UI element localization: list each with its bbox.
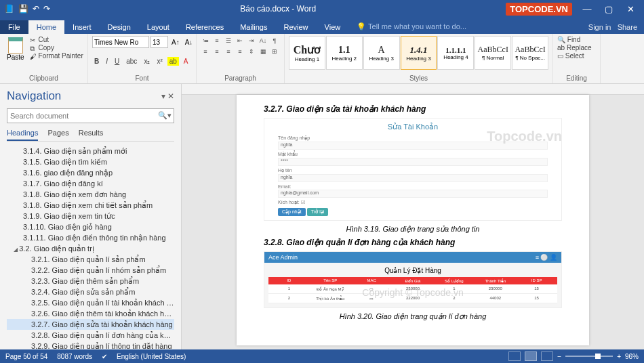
sort-icon[interactable]: A↓ xyxy=(258,36,268,45)
figure-form: Sửa Tài Khoản Tên đăng nhậpnghĩa Mật khẩ… xyxy=(264,118,562,221)
nav-item-selected[interactable]: 3.2.7. Giao diện sửa tài khoản khách hàn… xyxy=(7,319,174,330)
nav-item[interactable]: 3.2.6. Giao diện thêm tài khoản khách hà… xyxy=(7,308,174,319)
nav-item[interactable]: 3.1.7. Giao diện đăng kí xyxy=(7,178,174,189)
shading-icon[interactable]: ▦ xyxy=(258,47,268,56)
find-button[interactable]: 🔍 Find xyxy=(557,36,596,43)
style-normal[interactable]: AaBbCcI¶ Normal xyxy=(475,36,511,70)
nav-item-parent[interactable]: 3.2. Giao diện quản trị xyxy=(7,243,174,254)
nav-item[interactable]: 3.2.5. Giao diện quản lí tài khoản khách… xyxy=(7,297,174,308)
font-color-button[interactable]: A xyxy=(182,57,190,66)
format-painter-button[interactable]: 🖌Format Painter xyxy=(30,52,83,60)
align-center-icon[interactable]: ≡ xyxy=(212,47,222,56)
ruler[interactable] xyxy=(182,84,644,95)
numbering-icon[interactable]: ≡ xyxy=(212,36,222,45)
nav-item[interactable]: 3.2.3. Giao diện thêm sản phẩm xyxy=(7,276,174,286)
zoom-level[interactable]: 96% xyxy=(625,353,639,360)
decrease-indent-icon[interactable]: ⇤ xyxy=(235,36,245,45)
zoom-in-icon[interactable]: + xyxy=(617,353,621,360)
copy-button[interactable]: ⧉Copy xyxy=(30,44,83,51)
ribbon: Paste ✂Cut ⧉Copy 🖌Format Painter Clipboa… xyxy=(0,34,644,84)
nav-item[interactable]: 3.1.8. Giao diện xem chi tiết sản phẩm xyxy=(7,200,174,211)
nav-close-icon[interactable]: ▾ ✕ xyxy=(161,91,174,101)
nav-tab-results[interactable]: Results xyxy=(79,129,104,141)
nav-item[interactable]: 3.1.10. Giao diện giỏ hàng xyxy=(7,221,174,232)
tab-review[interactable]: Review xyxy=(276,20,317,34)
tab-home[interactable]: Home xyxy=(28,20,64,34)
tab-design[interactable]: Design xyxy=(100,20,139,34)
redo-icon[interactable]: ↷ xyxy=(43,4,50,14)
zoom-out-icon[interactable]: − xyxy=(557,353,561,360)
shrink-font-icon[interactable]: A↓ xyxy=(183,38,195,47)
superscript-button[interactable]: x² xyxy=(155,57,164,66)
style-heading1[interactable]: ChươHeading 1 xyxy=(289,36,325,70)
tab-file[interactable]: File xyxy=(0,20,28,34)
nav-item[interactable]: 3.1.9. Giao diện xem tin tức xyxy=(7,211,174,221)
strike-button[interactable]: abc xyxy=(124,57,139,66)
status-words[interactable]: 8087 words xyxy=(57,353,92,360)
nav-item[interactable]: 3.2.2. Giao diện quản lí nhóm sản phẩm xyxy=(7,265,174,276)
share-button[interactable]: Sign in Share xyxy=(582,20,644,34)
paste-button[interactable]: Paste xyxy=(4,36,27,62)
nav-item[interactable]: 3.2.4. Giao diện sửa sản phẩm xyxy=(7,286,174,297)
minimize-icon[interactable]: — xyxy=(578,4,597,14)
nav-tab-pages[interactable]: Pages xyxy=(47,129,68,141)
nav-item[interactable]: 3.1.8. Giao diện xem đơn hàng xyxy=(7,189,174,200)
search-icon[interactable]: 🔍▾ xyxy=(158,111,172,120)
underline-button[interactable]: U xyxy=(113,57,121,66)
nav-item[interactable]: 3.1.5. Giao diện tìm kiếm xyxy=(7,156,174,167)
align-left-icon[interactable]: ≡ xyxy=(201,47,210,56)
subscript-button[interactable]: x₂ xyxy=(142,57,152,66)
save-icon[interactable]: 💾 xyxy=(18,4,28,14)
tab-references[interactable]: References xyxy=(178,20,232,34)
borders-icon[interactable]: ⊞ xyxy=(270,47,279,56)
style-heading3[interactable]: 1.4.1Heading 3 xyxy=(401,36,437,70)
style-heading4[interactable]: 1.1.1.1Heading 4 xyxy=(437,36,474,70)
tab-view[interactable]: View xyxy=(317,20,349,34)
replace-button[interactable]: ab Replace xyxy=(557,44,596,51)
tab-insert[interactable]: Insert xyxy=(64,20,100,34)
style-nospacing[interactable]: AaBbCcI¶ No Spac... xyxy=(512,36,548,70)
multilevel-icon[interactable]: ☰ xyxy=(224,36,233,45)
zoom-slider[interactable] xyxy=(565,356,613,357)
close-icon[interactable]: ✕ xyxy=(621,4,640,14)
tell-me[interactable]: 💡 Tell me what you want to do... xyxy=(354,20,469,34)
justify-icon[interactable]: ≡ xyxy=(235,47,245,56)
group-editing-label: Editing xyxy=(557,73,596,82)
grow-font-icon[interactable]: A↑ xyxy=(169,38,182,47)
style-heading3a[interactable]: AHeading 3 xyxy=(363,36,400,70)
nav-search-input[interactable] xyxy=(7,108,174,123)
nav-item[interactable]: 3.1.6. giao diện đăng nhập xyxy=(7,167,174,178)
nav-item[interactable]: 3.2.1. Giao diện quản lí sản phẩm xyxy=(7,254,174,265)
nav-item[interactable]: 3.2.9. Giao diện quản lí thông tin đặt h… xyxy=(7,341,174,349)
font-name-select[interactable] xyxy=(92,36,149,48)
document-area[interactable]: Topcode.vn 3.2.7. Giao diện sửa tài khoả… xyxy=(182,84,644,349)
status-page[interactable]: Page 50 of 54 xyxy=(5,353,47,360)
font-size-select[interactable] xyxy=(150,36,168,48)
highlight-button[interactable]: ab xyxy=(167,57,179,66)
line-spacing-icon[interactable]: ⇕ xyxy=(247,47,256,56)
nav-item[interactable]: 3.1.4. Giao diện sản phẩm mới xyxy=(7,146,174,156)
page[interactable]: Topcode.vn 3.2.7. Giao diện sửa tài khoả… xyxy=(237,95,589,345)
view-read-icon[interactable] xyxy=(508,351,521,361)
cut-button[interactable]: ✂Cut xyxy=(30,36,83,43)
tab-mailings[interactable]: Mailings xyxy=(232,20,275,34)
bullets-icon[interactable]: ≔ xyxy=(201,36,210,45)
undo-icon[interactable]: ↶ xyxy=(33,4,39,14)
status-language[interactable]: English (United States) xyxy=(117,353,186,360)
style-heading2[interactable]: 1.1Heading 2 xyxy=(326,36,363,70)
italic-button[interactable]: I xyxy=(104,57,110,66)
styles-gallery[interactable]: ChươHeading 1 1.1Heading 2 AHeading 3 1.… xyxy=(289,36,548,70)
tab-layout[interactable]: Layout xyxy=(139,20,178,34)
nav-tab-headings[interactable]: Headings xyxy=(7,129,38,141)
maximize-icon[interactable]: ▢ xyxy=(599,4,618,14)
bold-button[interactable]: B xyxy=(92,57,101,66)
align-right-icon[interactable]: ≡ xyxy=(224,47,233,56)
show-marks-icon[interactable]: ¶ xyxy=(270,36,279,45)
nav-item[interactable]: 3.1.11. Giao diện điền thông tin nhận hà… xyxy=(7,232,174,243)
nav-item[interactable]: 3.2.8. Giao diện quản lí đơn hàng của kh… xyxy=(7,330,174,341)
increase-indent-icon[interactable]: ⇥ xyxy=(247,36,256,45)
view-web-icon[interactable] xyxy=(541,351,553,361)
status-proof-icon[interactable]: ✔ xyxy=(102,353,107,360)
view-print-icon[interactable] xyxy=(525,351,537,361)
select-button[interactable]: ▭ Select xyxy=(557,52,596,60)
